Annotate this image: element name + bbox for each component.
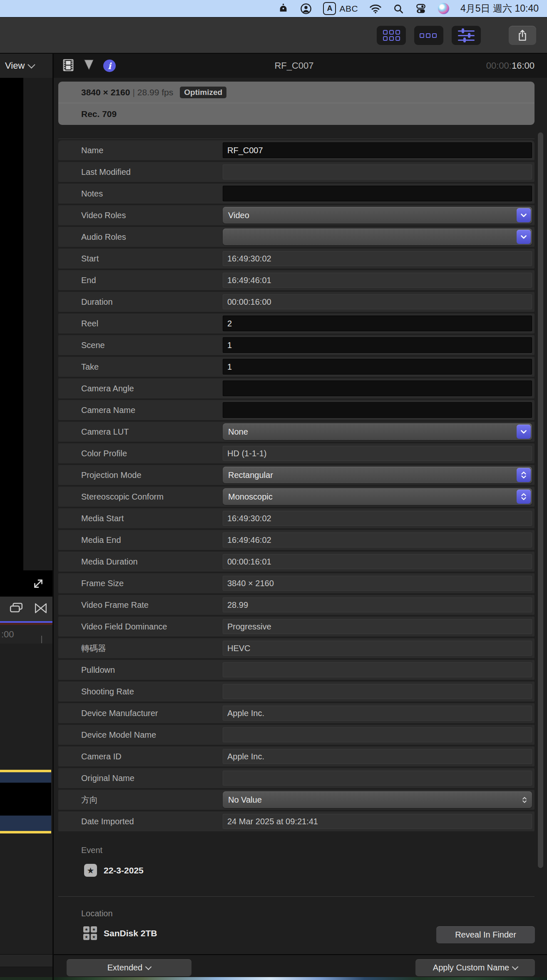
field-dropdown[interactable]: Video [223,207,532,224]
ruler-tick [41,636,42,643]
field-dropdown[interactable]: None [223,423,532,440]
fullscreen-expand-icon[interactable] [32,577,45,592]
final-cut-pro-window: A ABC 4月5日 週六 10:40 [0,0,547,980]
field-text-input[interactable]: 2 [223,316,532,331]
field-label: Pulldown [81,660,115,680]
field-text-input[interactable] [223,186,532,201]
field-readonly-value: Progressive [223,619,532,634]
event-section-label: Event [81,846,102,855]
row-pulldown: Pulldown [58,660,535,680]
field-text-input[interactable] [223,381,532,396]
left-panel-edge: :00 [0,78,52,977]
chevron-down-icon[interactable] [517,425,531,439]
share-button[interactable] [509,26,536,45]
up-down-chevrons-icon[interactable] [522,791,527,808]
spotlight-search-icon[interactable] [393,3,404,14]
view-menu-label: View [5,60,25,71]
row-name: NameRF_C007 [58,140,535,160]
location-row[interactable]: ★★★★ SanDisk 2TB [83,926,157,940]
field-label: Camera LUT [81,422,129,442]
reveal-in-finder-button[interactable]: Reveal In Finder [436,926,535,943]
location-name: SanDisk 2TB [104,928,157,938]
summary-resolution: 3840 × 2160 [81,87,130,97]
field-label: Audio Roles [81,227,126,247]
row-notes: Notes [58,184,535,204]
index-panes-icon[interactable] [9,602,23,616]
field-readonly-value: 16:49:30:02 [223,511,532,526]
divider [58,896,535,897]
status-dome-icon[interactable] [278,3,289,14]
field-text-input[interactable]: RF_C007 [223,142,532,158]
extended-view-button[interactable]: Extended [67,959,191,976]
apply-custom-name-button[interactable]: Apply Custom Name [415,959,535,976]
input-source-menu[interactable]: A ABC [323,2,358,15]
timeline-toolbar [0,597,52,621]
filmstrip-view-icon [420,33,438,38]
field-text-input[interactable]: 1 [223,359,532,375]
input-source-mode: ABC [339,4,358,14]
field-popup[interactable]: No Value [223,791,532,808]
event-row[interactable]: ★ 22-3-2025 [84,864,144,877]
field-label: Name [81,140,103,160]
field-label: Stereoscopic Conform [81,487,164,507]
field-label: 方向 [81,790,98,810]
field-label: Scene [81,335,105,355]
chevron-down-icon[interactable] [517,208,531,222]
filmstrip-view-button[interactable] [414,26,443,45]
field-popup[interactable]: Rectangular [223,467,532,483]
row-end: End16:49:46:01 [58,270,535,290]
wifi-icon[interactable] [369,4,382,14]
row-device-model-name: Device Model Name [58,725,535,745]
row-color-profile: Color ProfileHD (1-1-1) [58,443,535,463]
summary-color-space: Rec. 709 [81,109,117,119]
field-popup[interactable]: Monoscopic [223,488,532,505]
chevron-down-icon [28,61,35,68]
field-text-input[interactable]: 1 [223,337,532,353]
field-text-input[interactable] [223,402,532,418]
row-audio-roles: Audio Roles [58,227,535,247]
sliders-icon [458,30,475,41]
timeline-clip-audio-band[interactable] [0,772,51,783]
up-down-chevrons-icon[interactable] [517,468,531,482]
transitions-bowtie-icon[interactable] [34,602,47,616]
menu-bar-clock[interactable]: 4月5日 週六 10:40 [460,2,539,15]
timeline-clip-audio-band[interactable] [0,816,51,831]
grid-view-button[interactable] [377,26,406,45]
field-label: Last Modified [81,162,131,182]
view-menu-button[interactable]: View [0,54,52,78]
field-label: Media End [81,530,121,550]
row-video-frame-rate: Video Frame Rate28.99 [58,595,535,615]
adjust-filters-button[interactable] [452,26,481,45]
field-readonly-value: Apple Inc. [223,706,532,721]
field-readonly-value: 3840 × 2160 [223,576,532,591]
field-label: Date Imported [81,811,134,831]
field-label: Projection Mode [81,465,142,485]
siri-icon[interactable] [438,3,449,14]
field-readonly-value [223,164,532,179]
row-device-manufacturer: Device ManufacturerApple Inc. [58,703,535,723]
field-readonly-value: 28.99 [223,597,532,612]
field-dropdown[interactable] [223,229,532,245]
panel-divider [52,53,54,980]
storage-drive-icon: ★★★★ [83,926,97,940]
field-readonly-value: 00:00:16:01 [223,554,532,569]
field-label: Camera Name [81,400,135,420]
row-start: Start16:49:30:02 [58,249,535,269]
row-duration: Duration00:00:16:00 [58,292,535,312]
row-media-start: Media Start16:49:30:02 [58,508,535,528]
control-center-icon[interactable] [415,3,427,14]
timeline-ruler[interactable]: :00 [0,625,52,644]
user-account-icon[interactable] [300,3,312,15]
event-name: 22-3-2025 [104,866,144,876]
clip-selection-border [0,831,51,833]
row-video-field-dominance: Video Field DominanceProgressive [58,617,535,637]
field-label: Color Profile [81,443,127,463]
up-down-chevrons-icon[interactable] [517,490,531,504]
vertical-scrollbar[interactable] [538,132,543,868]
field-readonly-value: Apple Inc. [223,749,532,764]
chevron-down-icon[interactable] [517,230,531,244]
input-source-a-icon: A [323,2,336,15]
filmstrip-thumbnail-sliver [0,977,52,980]
field-label: Start [81,249,99,269]
timeline-clip-video-band[interactable] [0,783,51,816]
